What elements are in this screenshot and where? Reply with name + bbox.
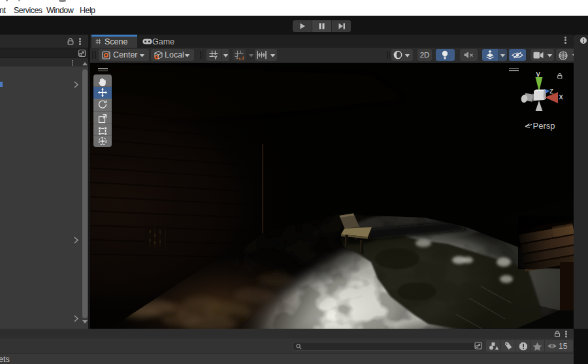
svg-text:Persp: Persp [533, 121, 555, 131]
svg-text:x: x [559, 92, 564, 101]
svg-text:y: y [536, 69, 541, 78]
svg-text:z: z [549, 86, 553, 95]
